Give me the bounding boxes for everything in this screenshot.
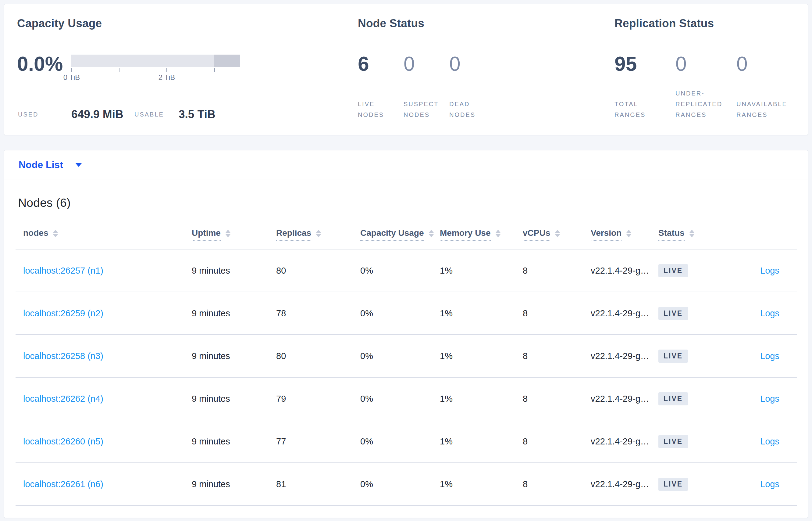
- version-cell: v22.1.4-29-g…: [591, 378, 649, 420]
- vcpus-cell: 8: [523, 378, 528, 420]
- table-row: localhost:26259 (n2) 9 minutes 78 0% 1% …: [16, 292, 797, 335]
- status-badge: LIVE: [659, 435, 688, 448]
- node-link[interactable]: localhost:26258 (n3): [23, 351, 103, 361]
- column-header-version[interactable]: Version: [591, 219, 631, 249]
- replicas-cell: 78: [276, 292, 286, 334]
- memory-cell: 1%: [440, 335, 453, 377]
- used-value: 649.9 MiB: [71, 107, 123, 121]
- node-link[interactable]: localhost:26259 (n2): [23, 309, 103, 318]
- capacity-cell: 0%: [360, 335, 373, 377]
- node-list-dropdown[interactable]: Node List: [19, 151, 82, 179]
- version-cell: v22.1.4-29-g…: [591, 250, 649, 292]
- logs-link[interactable]: Logs: [760, 351, 780, 361]
- sort-icon: [690, 230, 694, 237]
- nodes-count-title: Nodes (6): [18, 196, 71, 209]
- capacity-used-percent: 0.0%: [17, 53, 63, 74]
- sort-icon: [555, 230, 560, 237]
- table-row: localhost:26261 (n6) 9 minutes 81 0% 1% …: [16, 463, 797, 506]
- logs-link[interactable]: Logs: [760, 309, 780, 318]
- uptime-cell: 9 minutes: [192, 335, 230, 377]
- axis-tick: [214, 68, 215, 72]
- unavailable-ranges-stat: 0 UNAVAILABLE RANGES: [736, 4, 804, 135]
- dead-nodes-label: DEAD NODES: [449, 99, 487, 120]
- usable-label: USABLE: [135, 111, 164, 118]
- node-link[interactable]: localhost:26262 (n4): [23, 394, 103, 404]
- vcpus-cell: 8: [523, 250, 528, 292]
- table-row: localhost:26258 (n3) 9 minutes 80 0% 1% …: [16, 335, 797, 378]
- under-replicated-ranges-stat: 0 UNDER-REPLICATED RANGES: [675, 4, 736, 135]
- vcpus-cell: 8: [523, 292, 528, 334]
- column-header-vcpus[interactable]: vCPUs: [523, 219, 560, 249]
- nodes-table: nodes Uptime Replicas Capacity Usage Mem…: [16, 219, 797, 506]
- suspect-nodes-stat: 0 SUSPECT NODES: [404, 4, 449, 135]
- status-badge: LIVE: [659, 478, 688, 491]
- node-link[interactable]: localhost:26257 (n1): [23, 266, 103, 276]
- vcpus-cell: 8: [523, 420, 528, 462]
- sort-icon: [225, 230, 231, 237]
- capacity-bar-dark-segment: [214, 54, 240, 67]
- axis-tick: [119, 68, 119, 72]
- capacity-cell: 0%: [360, 463, 373, 505]
- logs-link[interactable]: Logs: [760, 436, 780, 447]
- cluster-summary-card: Capacity Usage 0.0% 0 TiB 2 TiB USED 649…: [4, 4, 808, 135]
- uptime-cell: 9 minutes: [192, 292, 230, 334]
- unavailable-ranges-label: UNAVAILABLE RANGES: [736, 99, 797, 120]
- status-badge: LIVE: [659, 307, 688, 320]
- version-cell: v22.1.4-29-g…: [591, 292, 649, 334]
- total-ranges-label: TOTAL RANGES: [615, 99, 657, 120]
- version-cell: v22.1.4-29-g…: [591, 463, 649, 505]
- column-header-label: vCPUs: [523, 228, 550, 241]
- status-badge: LIVE: [659, 392, 688, 405]
- uptime-cell: 9 minutes: [192, 250, 230, 292]
- capacity-cell: 0%: [360, 420, 373, 462]
- column-header-status[interactable]: Status: [659, 219, 694, 249]
- column-header-memory-use[interactable]: Memory Use: [440, 219, 501, 249]
- logs-link[interactable]: Logs: [760, 479, 780, 489]
- column-header-label: Replicas: [276, 228, 311, 241]
- logs-link[interactable]: Logs: [760, 394, 780, 404]
- logs-link[interactable]: Logs: [760, 266, 780, 276]
- used-label: USED: [18, 111, 39, 118]
- column-header-replicas[interactable]: Replicas: [276, 219, 321, 249]
- memory-cell: 1%: [440, 420, 453, 462]
- axis-tick-label: 2 TiB: [148, 73, 185, 82]
- vcpus-cell: 8: [523, 463, 528, 505]
- table-row: localhost:26260 (n5) 9 minutes 77 0% 1% …: [16, 420, 797, 463]
- live-nodes-value: 6: [358, 53, 369, 74]
- capacity-cell: 0%: [360, 292, 373, 334]
- total-ranges-stat: 95 TOTAL RANGES: [615, 4, 675, 135]
- node-link[interactable]: localhost:26261 (n6): [23, 479, 103, 489]
- column-header-label: Capacity Usage: [360, 228, 424, 241]
- usable-value: 3.5 TiB: [178, 107, 215, 121]
- replicas-cell: 80: [276, 335, 286, 377]
- capacity-usage-title: Capacity Usage: [17, 17, 102, 30]
- capacity-usage-bar: [71, 54, 240, 67]
- column-header-nodes[interactable]: nodes: [23, 219, 58, 249]
- column-header-uptime[interactable]: Uptime: [192, 219, 231, 249]
- under-replicated-ranges-label: UNDER-REPLICATED RANGES: [675, 88, 736, 120]
- status-badge: LIVE: [659, 264, 688, 277]
- capacity-cell: 0%: [360, 378, 373, 420]
- node-link[interactable]: localhost:26260 (n5): [23, 436, 103, 447]
- capacity-stats-row: USED 649.9 MiB USABLE 3.5 TiB: [17, 107, 307, 121]
- sort-icon: [53, 230, 58, 237]
- memory-cell: 1%: [440, 250, 453, 292]
- node-list-card: Node List Nodes (6) nodes Uptime Replica…: [4, 150, 808, 518]
- column-header-label: Status: [659, 228, 685, 241]
- suspect-nodes-label: SUSPECT NODES: [404, 99, 443, 120]
- uptime-cell: 9 minutes: [192, 378, 230, 420]
- memory-cell: 1%: [440, 463, 453, 505]
- axis-tick: [166, 68, 167, 72]
- table-row: localhost:26257 (n1) 9 minutes 80 0% 1% …: [16, 250, 797, 292]
- live-nodes-label: LIVE NODES: [358, 99, 396, 120]
- sort-icon: [496, 230, 501, 237]
- version-cell: v22.1.4-29-g…: [591, 335, 649, 377]
- sort-icon: [316, 230, 321, 237]
- uptime-cell: 9 minutes: [192, 420, 230, 462]
- total-ranges-value: 95: [615, 53, 637, 74]
- sort-icon: [429, 230, 434, 237]
- sort-icon: [626, 230, 631, 237]
- column-header-capacity-usage[interactable]: Capacity Usage: [360, 219, 434, 249]
- unavailable-ranges-value: 0: [736, 53, 748, 74]
- node-status-section: Node Status 6 LIVE NODES 0 SUSPECT NODES…: [358, 4, 590, 135]
